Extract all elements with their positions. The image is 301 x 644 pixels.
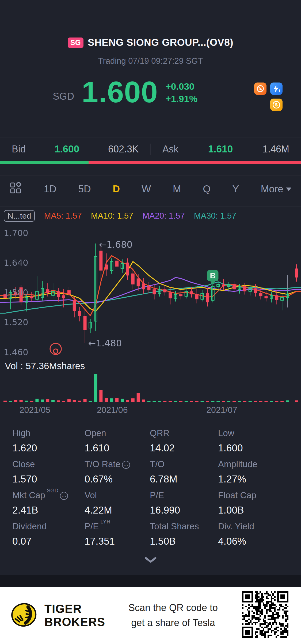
stat-t-o: T/O6.78M: [150, 459, 218, 490]
ask-row[interactable]: Ask 1.610 1.46M: [151, 144, 301, 155]
stock-title: SHENG SIONG GROUP...(OV8): [88, 37, 233, 48]
stat-label: P/E: [85, 521, 99, 531]
stat-total-shares: Total Shares1.50B: [150, 521, 218, 552]
ask-ratio-segment: [89, 161, 301, 164]
stat-value: 17.351: [85, 536, 150, 547]
expand-stats-button[interactable]: [0, 557, 301, 564]
stat-value: 4.22M: [85, 505, 150, 516]
stat-dividend: Dividend0.07: [12, 521, 85, 552]
stat-value: 2.41B: [12, 505, 85, 516]
tab-period-m[interactable]: M: [173, 184, 181, 195]
stat-label: Open: [85, 428, 106, 438]
stat-qrr: QRR14.02: [150, 428, 218, 459]
stat-label: Close: [12, 459, 35, 469]
stat-label: Dividend: [12, 521, 47, 531]
dollar-reward-icon[interactable]: $: [270, 99, 283, 111]
info-icon[interactable]: ···: [60, 492, 68, 500]
stat-value: 14.02: [150, 443, 218, 454]
adjustment-toggle[interactable]: N...ted: [4, 210, 35, 222]
order-book: Bid 1.600 602.3K Ask 1.610 1.46M: [0, 137, 301, 164]
stat-unit-superscript: LYR: [100, 519, 110, 525]
stat-p-e: P/ELYR17.351: [85, 521, 150, 552]
stat-close: Close1.570: [12, 459, 85, 490]
stat-value: 1.50B: [150, 536, 218, 547]
tab-period-q[interactable]: Q: [203, 184, 211, 195]
stat-value: 1.27%: [218, 474, 298, 485]
stat-label: Div. Yield: [218, 521, 254, 531]
svg-text:1: 1: [278, 89, 280, 93]
stat-vol: Vol4.22M: [85, 490, 150, 521]
more-periods-button[interactable]: More: [261, 184, 291, 195]
quote-section: SGD 1.600 +0.030 +1.91% 1 $: [0, 78, 301, 113]
stat-low: Low1.600: [218, 428, 298, 459]
stat-value: 6.78M: [150, 474, 218, 485]
stat-mkt-cap: Mkt CapSGD···2.41B: [12, 490, 85, 521]
bid-ratio-segment: [0, 161, 89, 164]
ma-legend-ma5: MA5: 1.57: [44, 211, 82, 221]
stat-label: T/O Rate: [85, 459, 120, 469]
stat-value: 1.610: [85, 443, 150, 454]
bid-size: 602.3K: [108, 144, 139, 155]
stat-value: 1.600: [218, 443, 298, 454]
stats-grid: High1.620Open1.610QRR14.02Low1.600Close1…: [12, 428, 298, 552]
stat-div-yield: Div. Yield4.06%: [218, 521, 298, 552]
x-tick-2021-05: 2021/05: [20, 405, 51, 415]
ma-legend-ma30: MA30: 1.57: [194, 211, 237, 221]
tab-period-y[interactable]: Y: [232, 184, 239, 195]
tab-period-w[interactable]: W: [142, 184, 151, 195]
stat-label: Total Shares: [150, 521, 199, 531]
tab-period-1d[interactable]: 1D: [44, 184, 56, 195]
stat-value: 1.620: [12, 443, 85, 454]
ask-size: 1.46M: [262, 144, 289, 155]
qr-promo-text: Scan the QR code to get a share of Tesla: [112, 600, 235, 630]
no-short-icon[interactable]: [254, 83, 266, 95]
ma-legend-ma10: MA10: 1.57: [91, 211, 134, 221]
price-chart-canvas[interactable]: [0, 226, 301, 360]
more-label: More: [261, 184, 283, 195]
promo-footer: TIGER BROKERS Scan the QR code to get a …: [0, 587, 301, 644]
trading-status: Trading 07/19 09:27:29 SGT: [0, 56, 301, 66]
chevron-down-icon: [286, 188, 291, 191]
ask-price: 1.610: [208, 144, 233, 155]
stat-label: Mkt Cap: [12, 490, 45, 500]
indicator-bar: N...ted MA5: 1.57MA10: 1.57MA20: 1.57MA3…: [0, 206, 301, 225]
stat-label: T/O: [150, 459, 165, 469]
stat-open: Open1.610: [85, 428, 150, 459]
tab-period-5d[interactable]: 5D: [78, 184, 91, 195]
svg-text:$: $: [275, 102, 278, 107]
x-tick-2021-06: 2021/06: [97, 405, 128, 415]
chevron-down-icon: [144, 557, 157, 564]
stat-float-cap: Float Cap1.00B: [218, 490, 298, 521]
tiger-brokers-logo: [10, 601, 38, 630]
info-icon[interactable]: ···: [122, 461, 130, 469]
stat-t-o-rate: T/O Rate···0.67%: [85, 459, 150, 490]
section-divider-band: [0, 575, 301, 587]
stat-label: QRR: [150, 428, 169, 438]
qr-code: [241, 590, 291, 640]
stat-label: Amplitude: [218, 459, 257, 469]
ask-label: Ask: [162, 144, 178, 155]
bid-row[interactable]: Bid 1.600 602.3K: [0, 144, 151, 155]
tab-period-d[interactable]: D: [113, 184, 120, 195]
stat-value: 1.570: [12, 474, 85, 485]
stat-value: 4.06%: [218, 536, 298, 547]
market-flag-sg: SG: [68, 38, 83, 48]
stat-value: 16.990: [150, 505, 218, 516]
ma-legend-ma20: MA20: 1.57: [142, 211, 185, 221]
x-axis-labels: 2021/052021/062021/07: [0, 405, 301, 417]
brand-name: TIGER BROKERS: [44, 602, 105, 629]
stat-label: P/E: [150, 490, 164, 500]
period-tab-bar: 1D5DDWMQY More: [0, 175, 301, 203]
bid-label: Bid: [12, 144, 26, 155]
flash-order-icon[interactable]: 1: [270, 83, 283, 95]
stat-label: High: [12, 428, 31, 438]
price-change: +0.030: [165, 81, 197, 92]
stat-value: 1.00B: [218, 505, 298, 516]
x-tick-2021-07: 2021/07: [206, 405, 237, 415]
stock-header: SG SHENG SIONG GROUP...(OV8) Trading 07/…: [0, 37, 301, 66]
chart-type-grid-icon[interactable]: [10, 182, 22, 197]
volume-chart-canvas[interactable]: [0, 373, 301, 402]
last-price: 1.600: [82, 78, 158, 106]
volume-readout: Vol : 57.36Mshares: [5, 361, 85, 371]
stat-unit-superscript: SGD: [47, 488, 58, 494]
